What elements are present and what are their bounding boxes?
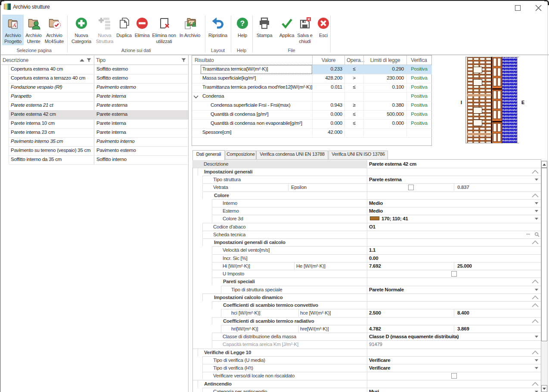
svg-text:?: ? [240, 19, 245, 28]
